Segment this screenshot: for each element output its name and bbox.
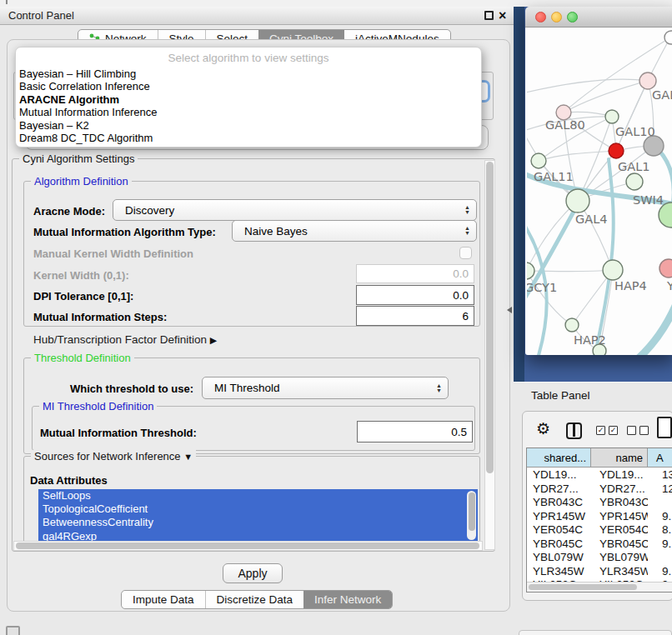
document-icon[interactable] [657,417,672,438]
aracne-mode-combobox[interactable]: Discovery ▲▼ [113,199,477,221]
tab-discretize-data[interactable]: Discretize Data [205,591,304,608]
attributes-scrollbar-thumb[interactable] [469,492,475,531]
network-node[interactable] [659,259,672,278]
mi-steps-field[interactable] [356,306,474,326]
network-node[interactable] [531,153,546,168]
mi-threshold-group-title: MI Threshold Definition [39,400,157,412]
split-pane-handle[interactable] [507,307,512,313]
mi-threshold-field[interactable] [357,421,473,442]
table-cell: 12 [648,482,672,497]
attributes-scrollbar[interactable] [467,491,476,540]
table-row[interactable]: YER054CYER054C8. [527,523,672,538]
kernel-width-field[interactable] [356,264,474,283]
close-window-icon[interactable] [535,12,546,22]
close-panel-icon[interactable]: × [499,7,506,24]
algorithm-dropdown-popup[interactable]: Select algorithm to view settings Bayesi… [15,47,482,148]
network-node[interactable] [644,136,664,156]
bottom-panel-edge [519,630,672,635]
algorithm-option[interactable]: Basic Correlation Inference [16,80,481,92]
float-panel-icon[interactable] [484,11,494,20]
algorithm-option[interactable]: Bayesian – Hill Climbing [16,68,481,80]
dpi-tolerance-field[interactable] [356,285,474,305]
table-row[interactable]: YBR045CYBR045C9. [527,538,672,552]
table-panel-region: Table Panel ⚙ ✓ ✓ shared... name [514,382,672,635]
table-cell: YLR345W [591,565,648,579]
settings-horizontal-scrollbar[interactable] [13,541,483,551]
settings-vertical-scrollbar[interactable] [484,160,495,550]
network-node[interactable] [639,72,656,89]
network-canvas[interactable]: GALGAL80GAL10GAL1GAL11SWI4GAL4GCY1HAP4YH… [525,28,672,355]
table-row[interactable]: YBL079WYBL079W [527,551,672,565]
attribute-item[interactable]: TopologicalCoefficient [38,502,478,516]
aracne-mode-label: Aracne Mode: [33,205,105,218]
data-attributes-listbox[interactable]: SelfLoopsTopologicalCoefficientBetweenne… [38,489,478,543]
table-horizontal-scrollbar-thumb[interactable] [529,584,637,590]
data-attributes-label: Data Attributes [30,474,108,487]
node-label: GAL1 [618,160,649,173]
select-all-columns-icon[interactable]: ✓ ✓ [596,426,618,435]
attribute-item[interactable]: BetweennessCentrality [38,516,478,529]
checked-box-icon: ✓ [609,426,618,435]
network-window-titlebar[interactable] [525,7,672,28]
table-cell: YDR27... [591,482,648,497]
table-cell: YBR043C [591,496,648,510]
collapsed-panel-icon[interactable] [6,626,20,635]
node-label: SWI4 [633,193,664,207]
combo-spinner-icon: ▲▼ [461,226,476,236]
sources-collapse-toggle[interactable]: Sources for Network Inference ▼ [31,450,196,462]
settings-horizontal-scrollbar-thumb[interactable] [16,542,479,549]
mi-type-combobox[interactable]: Naive Bayes ▲▼ [232,220,477,242]
algorithm-definition-title: Algorithm Definition [31,175,132,188]
cyni-bottom-tabbar: Impute Data Discretize Data Infer Networ… [121,590,393,609]
table-row[interactable]: YDL19...YDL19...13 [527,468,672,482]
network-node[interactable] [566,189,589,212]
manual-kernel-checkbox[interactable] [459,247,472,259]
table-row[interactable]: YDR27...YDR27...12 [527,482,672,497]
algorithm-option[interactable]: Dream8 DC_TDC Algorithm [16,132,481,144]
network-node[interactable] [664,31,672,44]
table-body: YDL19...YDL19...13YDR27...YDR27...12YBR0… [527,468,672,582]
node-label: Y [666,279,672,292]
columns-icon[interactable] [566,422,582,439]
table-cell: 9. [648,538,672,552]
table-cell: YBL079W [591,551,648,565]
network-node[interactable] [565,318,579,332]
application-window: Control Panel × Network Style Select Cyn… [0,0,672,635]
unchecked-box-icon [627,426,636,435]
threshold-definition-title: Threshold Definition [31,352,134,364]
minimize-window-icon[interactable] [551,12,562,22]
tab-impute-data[interactable]: Impute Data [122,591,205,608]
table-horizontal-scrollbar[interactable] [527,582,672,592]
mi-steps-label: Mutual Information Steps: [33,311,167,323]
column-header-shared-name[interactable]: shared... [527,448,591,467]
table-row[interactable]: YBR043CYBR043C [527,496,672,510]
table-row[interactable]: YLR345WYLR345W9. [527,565,672,579]
attribute-item[interactable]: SelfLoops [38,489,478,502]
network-node[interactable] [527,262,534,279]
algorithm-option[interactable]: Bayesian – K2 [16,119,481,132]
which-threshold-combobox[interactable]: MI Threshold ▲▼ [202,377,449,399]
tab-infer-network[interactable]: Infer Network [303,591,392,608]
zoom-window-icon[interactable] [567,12,578,22]
network-node[interactable] [609,143,624,158]
algorithm-option[interactable]: ARACNE Algorithm [16,93,481,106]
hub-definition-expander[interactable]: Hub/Transcription Factor Definition ▶ [33,333,217,346]
algorithm-option[interactable]: Mutual Information Inference [16,106,481,118]
table-header: shared... name A [527,448,672,468]
table-row[interactable]: YPR145WYPR145W9. [527,510,672,524]
node-label: HAP2 [574,333,606,347]
node-label: HAP4 [614,279,647,292]
table-toolbar: ⚙ ✓ ✓ [523,412,672,448]
deselect-all-columns-icon[interactable] [627,426,649,435]
settings-vertical-scrollbar-thumb[interactable] [486,162,494,473]
control-panel-titlebar: Control Panel × [0,7,514,25]
network-node[interactable] [626,173,643,190]
network-node[interactable] [605,110,619,123]
column-header-name[interactable]: name [591,448,648,467]
cyni-algorithm-settings-title: Cyni Algorithm Settings [19,152,138,165]
network-node[interactable] [603,260,623,280]
apply-button[interactable]: Apply [223,563,283,583]
node-label: GAL [652,88,672,102]
gear-icon[interactable]: ⚙ [536,419,550,438]
column-header-third[interactable]: A [648,448,672,467]
